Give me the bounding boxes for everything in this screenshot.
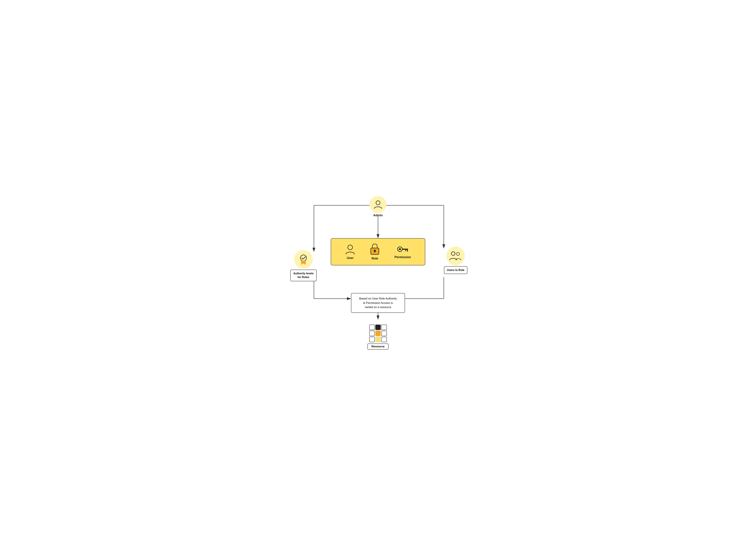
authority-box: Authority levelsfor Roles [290, 270, 317, 281]
access-text: Based on User Role Authority& Permission… [359, 297, 397, 309]
svg-rect-20 [405, 250, 406, 251]
users-role-circle [446, 247, 465, 265]
resource-label: Resource [367, 344, 388, 350]
svg-rect-19 [402, 249, 408, 250]
role-label: Role [372, 257, 378, 260]
admin-label: Admin [373, 214, 383, 217]
svg-rect-21 [407, 250, 408, 252]
grid-cell-1 [369, 325, 375, 330]
role-lock-icon [370, 243, 380, 255]
access-box: Based on User Role Authority& Permission… [351, 293, 405, 313]
svg-point-12 [376, 201, 380, 205]
admin-circle [370, 196, 386, 213]
user-label: User [347, 256, 354, 260]
grid-cell-9 [381, 337, 387, 342]
svg-point-23 [451, 252, 455, 255]
svg-point-18 [399, 248, 401, 250]
grid-cell-8 [375, 337, 381, 342]
rbac-permission-item: Permission [395, 245, 411, 259]
svg-point-22 [300, 255, 306, 261]
authority-badge-icon [298, 254, 309, 265]
admin-icon [373, 199, 383, 210]
user-icon [345, 244, 355, 255]
users-role-node: Users to Role [444, 247, 467, 274]
grid-cell-3 [381, 325, 387, 330]
resource-grid [369, 325, 387, 342]
rbac-box: User Role [331, 238, 425, 265]
diagram-container: Admin User Role [285, 194, 471, 355]
rbac-role-item: Role [370, 243, 380, 260]
authority-node: Authority levelsfor Roles [290, 250, 317, 281]
grid-cell-7 [369, 337, 375, 342]
resource-node: Resource [367, 325, 388, 350]
users-role-box: Users to Role [444, 266, 467, 274]
grid-cell-6 [381, 331, 387, 336]
svg-rect-16 [374, 251, 375, 252]
grid-cell-5 [375, 331, 381, 336]
grid-cell-2 [375, 325, 381, 330]
permission-label: Permission [395, 255, 411, 259]
svg-point-13 [348, 245, 353, 250]
users-role-label: Users to Role [447, 269, 464, 271]
svg-point-24 [456, 252, 459, 255]
rbac-user-item: User [345, 244, 355, 260]
grid-cell-4 [369, 331, 375, 336]
authority-circle [294, 250, 313, 269]
admin-node: Admin [370, 196, 386, 217]
permission-key-icon [397, 245, 408, 254]
authority-label: Authority levelsfor Roles [293, 272, 314, 279]
users-role-icon [449, 250, 462, 262]
